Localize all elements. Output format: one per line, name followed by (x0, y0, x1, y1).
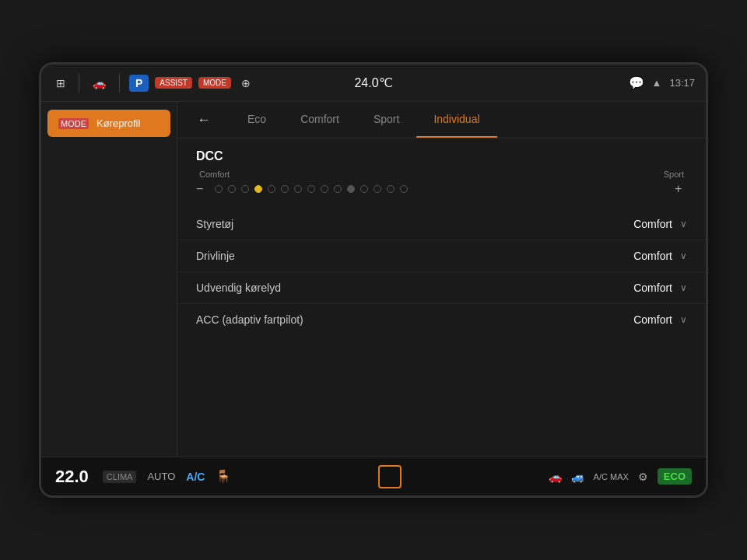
setting-row-udvendig[interactable]: Udvendig kørelyd Comfort ∨ (177, 272, 706, 304)
fan-icon[interactable]: ⚙ (638, 471, 648, 483)
bottom-center (242, 465, 537, 488)
tabs-row: ← Eco Comfort Sport Individual (177, 102, 706, 138)
setting-row-acc[interactable]: ACC (adaptiv fartpilot) Comfort ∨ (177, 304, 706, 335)
divider (79, 74, 79, 93)
assist-icon[interactable]: ASSIST (155, 77, 192, 89)
dot-14[interactable] (387, 185, 395, 193)
setting-row-styretoj[interactable]: Styretøj Comfort ∨ (177, 208, 706, 240)
setting-row-drivlinje[interactable]: Drivlinje Comfort ∨ (177, 240, 706, 272)
media-button[interactable] (378, 465, 402, 488)
dot-6[interactable] (281, 185, 289, 193)
setting-label-acc: ACC (adaptiv fartpilot) (196, 313, 303, 326)
dots-container (215, 185, 668, 193)
car-small-icon[interactable]: 🚗 (549, 471, 562, 483)
sidebar-item-koereprofil[interactable]: MODE Køreprofil (47, 110, 170, 137)
sidebar: MODE Køreprofil (41, 102, 177, 457)
dcc-label-comfort: Comfort (199, 170, 230, 179)
bottom-temperature: 22.0 (55, 467, 89, 487)
dot-3[interactable] (241, 185, 249, 193)
dot-2[interactable] (228, 185, 236, 193)
dot-4[interactable] (254, 185, 262, 193)
setting-value-area-drivlinje: Comfort ∨ (633, 250, 687, 262)
clima-label: CLIMA (103, 471, 137, 483)
bottom-bar: 22.0 CLIMA AUTO A/C 🪑 🚗 🚙 A/C MAX ⚙ ECO (41, 457, 706, 495)
dot-13[interactable] (374, 185, 381, 193)
chat-icon[interactable]: 💬 (629, 75, 644, 90)
grid-icon[interactable]: ⊞ (52, 75, 69, 92)
divider2 (119, 74, 120, 93)
dot-12[interactable] (360, 185, 368, 193)
mode-icon[interactable]: MODE (198, 77, 231, 89)
top-bar-icons: ⊞ 🚗 P ASSIST MODE ⊕ (52, 74, 621, 93)
chevron-icon-udvendig: ∨ (680, 282, 687, 293)
eco-badge: ECO (658, 468, 692, 485)
sidebar-koereprofil-label: Køreprofil (96, 117, 140, 129)
dcc-title: DCC (196, 149, 687, 163)
setting-value-acc: Comfort (633, 313, 672, 326)
dot-5[interactable] (268, 185, 275, 193)
dot-1[interactable] (215, 185, 223, 193)
chevron-icon-styretoj: ∨ (680, 219, 687, 229)
setting-value-udvendig: Comfort (633, 282, 672, 294)
ac-max-label: A/C MAX (594, 472, 629, 481)
dot-8[interactable] (307, 185, 315, 193)
main-screen: ⊞ 🚗 P ASSIST MODE ⊕ 24.0℃ 💬 ▲ 13:17 MODE… (39, 62, 708, 498)
slider-minus-button[interactable]: − (196, 182, 209, 196)
dcc-labels: Comfort Sport (196, 170, 687, 179)
mode-badge: MODE (58, 118, 89, 129)
wifi-icon: ▲ (652, 77, 662, 89)
slider-row: − (196, 182, 687, 196)
parking-icon[interactable]: P (129, 75, 149, 92)
setting-value-area-styretoj: Comfort ∨ (633, 218, 687, 230)
ac-button[interactable]: A/C (186, 471, 205, 483)
seat-heat-icon[interactable]: 🪑 (216, 469, 231, 484)
setting-label-udvendig: Udvendig kørelyd (196, 282, 281, 294)
dot-10[interactable] (334, 185, 342, 193)
top-right-area: 💬 ▲ 13:17 (629, 75, 695, 90)
dot-9[interactable] (321, 185, 328, 193)
car-icon[interactable]: 🚗 (89, 75, 110, 92)
dcc-section: DCC Comfort Sport − (177, 138, 706, 204)
slider-plus-button[interactable]: + (675, 182, 687, 196)
tab-comfort[interactable]: Comfort (283, 102, 356, 138)
main-content: MODE Køreprofil ← Eco Comfort Sport Indi… (41, 102, 706, 457)
setting-value-area-udvendig: Comfort ∨ (633, 282, 687, 294)
chevron-icon-acc: ∨ (680, 314, 687, 325)
dot-11[interactable] (347, 185, 355, 193)
back-button[interactable]: ← (193, 104, 215, 136)
dcc-label-sport: Sport (664, 170, 684, 179)
top-bar: ⊞ 🚗 P ASSIST MODE ⊕ 24.0℃ 💬 ▲ 13:17 (41, 65, 706, 102)
bottom-right-icons: 🚗 🚙 A/C MAX ⚙ ECO (549, 468, 692, 485)
setting-value-drivlinje: Comfort (633, 250, 672, 262)
dot-15[interactable] (400, 185, 408, 193)
temperature-display: 24.0℃ (354, 75, 392, 90)
car-small-icon-2[interactable]: 🚙 (571, 471, 584, 483)
settings-list: Styretøj Comfort ∨ Drivlinje Comfort ∨ U… (177, 204, 706, 457)
setting-value-area-acc: Comfort ∨ (633, 313, 687, 326)
auto-label: AUTO (147, 471, 175, 482)
tab-sport[interactable]: Sport (356, 102, 416, 138)
setting-label-styretoj: Styretøj (196, 218, 233, 230)
right-panel: ← Eco Comfort Sport Individual DCC Comfo… (177, 102, 706, 457)
tab-eco[interactable]: Eco (230, 102, 283, 138)
dot-7[interactable] (294, 185, 302, 193)
plus-icon[interactable]: ⊕ (237, 75, 254, 92)
chevron-icon-drivlinje: ∨ (680, 250, 687, 261)
setting-value-styretoj: Comfort (633, 218, 672, 230)
tab-individual[interactable]: Individual (416, 102, 496, 138)
setting-label-drivlinje: Drivlinje (196, 250, 235, 262)
clock-display: 13:17 (669, 77, 695, 89)
